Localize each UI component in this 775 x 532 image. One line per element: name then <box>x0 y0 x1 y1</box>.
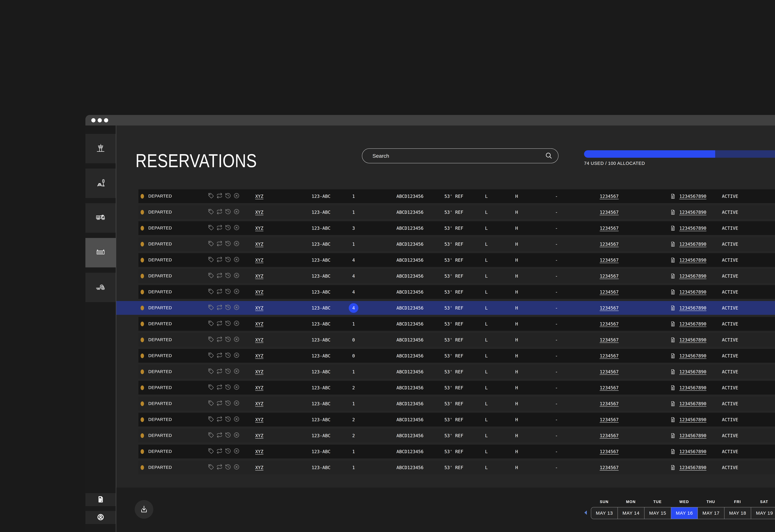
carrier-link[interactable]: XYZ <box>255 397 263 411</box>
carrier-link[interactable]: XYZ <box>255 381 263 395</box>
reservation-row[interactable]: DEPARTED <box>138 285 775 299</box>
cancel-icon[interactable] <box>233 384 240 391</box>
document-icon[interactable] <box>670 285 676 299</box>
history-icon[interactable] <box>225 288 231 296</box>
tag-icon[interactable] <box>208 209 214 216</box>
history-icon[interactable] <box>225 193 231 200</box>
calendar-date-cell[interactable]: MAY 17 <box>698 507 724 519</box>
cancel-icon[interactable] <box>233 448 240 455</box>
cancel-icon[interactable] <box>233 256 240 264</box>
cancel-icon[interactable] <box>233 464 240 471</box>
document-link[interactable]: 1234567890 <box>679 237 707 251</box>
booking-link[interactable]: 1234567 <box>600 285 619 299</box>
reservation-row[interactable]: DEPARTED <box>138 205 775 219</box>
cancel-icon[interactable] <box>233 224 240 232</box>
sidebar-item-airport[interactable] <box>85 134 116 163</box>
tag-icon[interactable] <box>208 272 214 280</box>
cancel-icon[interactable] <box>233 336 240 343</box>
repeat-icon[interactable] <box>216 193 222 200</box>
document-link[interactable]: 1234567890 <box>679 413 707 426</box>
booking-link[interactable]: 1234567 <box>600 333 619 347</box>
history-icon[interactable] <box>225 272 231 280</box>
repeat-icon[interactable] <box>216 336 222 343</box>
document-icon[interactable] <box>670 333 676 347</box>
history-icon[interactable] <box>225 336 231 343</box>
repeat-icon[interactable] <box>216 384 222 391</box>
tag-icon[interactable] <box>208 416 214 423</box>
booking-link[interactable]: 1234567 <box>600 317 619 331</box>
history-icon[interactable] <box>225 384 231 391</box>
reservation-row[interactable]: DEPARTED <box>138 429 775 442</box>
history-icon[interactable] <box>225 432 231 439</box>
document-icon[interactable] <box>670 445 676 458</box>
tag-icon[interactable] <box>208 384 214 391</box>
document-icon[interactable] <box>670 397 676 411</box>
cancel-icon[interactable] <box>233 352 240 359</box>
booking-link[interactable]: 1234567 <box>600 413 619 426</box>
history-icon[interactable] <box>225 352 231 359</box>
booking-link[interactable]: 1234567 <box>600 301 619 315</box>
reservation-row[interactable]: DEPARTED <box>138 189 775 203</box>
booking-link[interactable]: 1234567 <box>600 349 619 363</box>
repeat-icon[interactable] <box>216 400 222 407</box>
cancel-icon[interactable] <box>233 193 240 200</box>
tag-icon[interactable] <box>208 256 214 264</box>
document-icon[interactable] <box>670 205 676 219</box>
carrier-link[interactable]: XYZ <box>255 221 263 235</box>
repeat-icon[interactable] <box>216 368 222 375</box>
tag-icon[interactable] <box>208 464 214 471</box>
repeat-icon[interactable] <box>216 209 222 216</box>
tag-icon[interactable] <box>208 400 214 407</box>
document-icon[interactable] <box>670 237 676 251</box>
document-icon[interactable] <box>670 301 676 315</box>
carrier-link[interactable]: XYZ <box>255 349 263 363</box>
tag-icon[interactable] <box>208 224 214 232</box>
document-icon[interactable] <box>670 221 676 235</box>
tag-icon[interactable] <box>208 336 214 343</box>
repeat-icon[interactable] <box>216 448 222 455</box>
reservation-row[interactable]: DEPARTED <box>138 253 775 267</box>
document-link[interactable]: 1234567890 <box>679 445 707 458</box>
carrier-link[interactable]: XYZ <box>255 365 263 379</box>
carrier-link[interactable]: XYZ <box>255 413 263 426</box>
booking-link[interactable]: 1234567 <box>600 237 619 251</box>
reservation-row[interactable]: DEPARTED <box>138 301 775 315</box>
history-icon[interactable] <box>225 304 231 312</box>
sidebar-item-container[interactable] <box>85 238 116 267</box>
document-link[interactable]: 1234567890 <box>679 429 707 442</box>
carrier-link[interactable]: XYZ <box>255 285 263 299</box>
tag-icon[interactable] <box>208 368 214 375</box>
document-icon[interactable] <box>670 317 676 331</box>
document-link[interactable]: 1234567890 <box>679 333 707 347</box>
reservation-row[interactable]: DEPARTED <box>138 221 775 235</box>
booking-link[interactable]: 1234567 <box>600 429 619 442</box>
cancel-icon[interactable] <box>233 400 240 407</box>
document-link[interactable]: 1234567890 <box>679 461 707 474</box>
document-link[interactable]: 1234567890 <box>679 205 707 219</box>
carrier-link[interactable]: XYZ <box>255 301 263 315</box>
sidebar-item-truck-trailer[interactable] <box>85 203 116 233</box>
repeat-icon[interactable] <box>216 416 222 423</box>
calendar-date-cell[interactable]: MAY 18 <box>724 507 751 519</box>
history-icon[interactable] <box>225 240 231 248</box>
booking-link[interactable]: 1234567 <box>600 381 619 395</box>
cancel-icon[interactable] <box>233 288 240 296</box>
sidebar-item-documents[interactable] <box>85 493 116 506</box>
document-link[interactable]: 1234567890 <box>679 221 707 235</box>
booking-link[interactable]: 1234567 <box>600 189 619 203</box>
cancel-icon[interactable] <box>233 416 240 423</box>
tag-icon[interactable] <box>208 448 214 455</box>
history-icon[interactable] <box>225 416 231 423</box>
reservation-row[interactable]: DEPARTED <box>138 381 775 395</box>
reservation-row[interactable]: DEPARTED <box>138 349 775 363</box>
repeat-icon[interactable] <box>216 432 222 439</box>
repeat-icon[interactable] <box>216 352 222 359</box>
reservation-row[interactable]: DEPARTED <box>138 333 775 347</box>
calendar-date-cell[interactable]: MAY 13 <box>591 507 618 519</box>
carrier-link[interactable]: XYZ <box>255 317 263 331</box>
reservation-row[interactable]: DEPARTED <box>138 269 775 283</box>
tag-icon[interactable] <box>208 288 214 296</box>
carrier-link[interactable]: XYZ <box>255 269 263 283</box>
booking-link[interactable]: 1234567 <box>600 253 619 267</box>
window-control-dot[interactable] <box>104 118 108 122</box>
